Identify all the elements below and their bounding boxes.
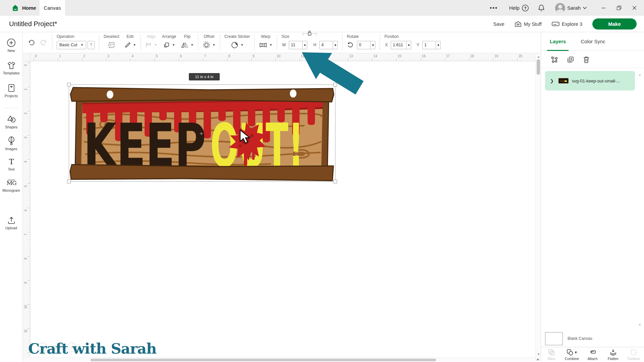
height-input[interactable] — [319, 41, 333, 49]
tab-layers[interactable]: Layers — [550, 32, 566, 51]
operation-dropdown[interactable]: Basic Cut ▼ — [57, 41, 86, 49]
edit-button[interactable]: Edit ▼ — [124, 32, 136, 53]
window-close-button[interactable] — [627, 0, 642, 16]
tab-canvas[interactable]: Canvas — [40, 0, 65, 16]
group-weld-icon — [550, 56, 558, 64]
blank-canvas-thumbnail — [545, 332, 563, 345]
group-button[interactable] — [550, 55, 559, 65]
resize-handle-bottom-left[interactable] — [67, 180, 71, 183]
more-menu-button[interactable]: ••• — [490, 5, 498, 11]
layer-thumbnail — [558, 78, 569, 83]
upload-icon — [7, 216, 16, 225]
sign-bottom-plank — [70, 165, 333, 181]
sidebar-item-new[interactable]: New — [0, 38, 22, 53]
width-input[interactable] — [289, 41, 302, 49]
position-x-stepper[interactable] — [406, 41, 411, 49]
contour-button[interactable]: Contour — [624, 347, 644, 362]
scroll-down-icon[interactable]: ▼ — [537, 353, 540, 356]
combine-icon — [566, 349, 574, 356]
layers-panel: Layers Color Sync — [541, 32, 644, 362]
height-label: H — [313, 43, 316, 47]
ruler-vertical: 01234567891011 — [23, 61, 31, 362]
help-button[interactable]: Help ? — [509, 4, 529, 12]
notifications-button[interactable] — [538, 4, 545, 12]
horizontal-scroll-thumb[interactable] — [91, 359, 436, 361]
scroll-up-icon[interactable]: ▲ — [537, 55, 540, 58]
tab-color-sync[interactable]: Color Sync — [581, 32, 605, 51]
monogram-icon: MG — [6, 179, 16, 187]
user-menu[interactable]: Sarah — [555, 3, 587, 13]
resize-handle-top-left[interactable] — [67, 83, 71, 86]
window-minimize-button[interactable] — [596, 0, 611, 16]
window-restore-button[interactable] — [611, 0, 627, 16]
create-sticker-button[interactable]: Create Sticker ▼ — [224, 32, 250, 53]
arrange-button[interactable]: Arrange ▼ — [162, 32, 176, 53]
my-stuff-envelope-icon — [515, 21, 522, 27]
chevron-down-icon — [583, 6, 587, 9]
sidebar-item-projects[interactable]: Projects — [0, 83, 22, 98]
panel-scroll-up-icon[interactable]: ▲ — [638, 73, 641, 76]
chevron-down-icon: ▼ — [133, 43, 136, 47]
position-x-input[interactable] — [391, 41, 406, 49]
delete-button[interactable] — [582, 55, 591, 65]
layer-row-keep-out[interactable]: ❯ svg-01-keep-out-small-... — [545, 71, 635, 90]
warp-button[interactable]: Warp ▼ — [259, 32, 272, 53]
header-bar: Untitled Project* Save My Stuff Explore … — [0, 16, 644, 32]
combine-button[interactable]: ▼ Combine — [561, 347, 582, 362]
rotate-input[interactable] — [357, 41, 370, 49]
sidebar-item-shapes[interactable]: Shapes — [0, 115, 22, 129]
user-name: Sarah — [567, 5, 581, 11]
explore-machine-icon — [552, 21, 559, 27]
offset-button[interactable]: Offset ▼ — [203, 32, 215, 53]
attach-button[interactable]: Attach — [582, 347, 603, 362]
left-sidebar: New Templates Projects Shapes — [0, 32, 23, 362]
trash-icon — [583, 56, 590, 64]
save-button[interactable]: Save — [493, 21, 504, 27]
layer-expand-chevron-icon[interactable]: ❯ — [550, 78, 554, 83]
home-icon — [11, 4, 19, 12]
resize-handle-bottom-right[interactable] — [333, 180, 337, 183]
rotate-stepper[interactable] — [370, 41, 375, 49]
width-stepper[interactable] — [302, 41, 307, 49]
position-y-stepper[interactable] — [436, 41, 441, 49]
sidebar-item-images[interactable]: Images — [0, 136, 22, 151]
align-button[interactable]: Align ▼ — [145, 32, 157, 53]
resize-handle-top-right[interactable] — [333, 83, 337, 86]
sidebar-divider — [4, 108, 19, 108]
tab-home[interactable]: Home — [7, 0, 40, 16]
redo-button[interactable] — [39, 39, 48, 47]
machine-select-button[interactable]: Explore 3 — [552, 21, 582, 27]
sidebar-item-templates[interactable]: Templates — [0, 61, 22, 75]
sidebar-item-upload[interactable]: Upload — [0, 216, 22, 230]
position-label: Position — [384, 34, 399, 40]
position-y-input[interactable] — [422, 41, 436, 49]
sidebar-item-text[interactable]: T Text — [0, 158, 22, 171]
size-lock-toggle[interactable] — [303, 33, 317, 36]
titlebar: Home Canvas ••• Help ? Sarah — [0, 0, 644, 16]
flatten-button[interactable]: Flatten — [603, 347, 623, 362]
svg-text:MG: MG — [6, 180, 16, 186]
sidebar-item-monogram[interactable]: MG Monogram — [0, 179, 22, 192]
flip-button[interactable]: Flip ▼ — [181, 32, 194, 53]
my-stuff-button[interactable]: My Stuff — [515, 21, 542, 27]
operation-help-button[interactable]: ? — [88, 41, 95, 49]
edit-pencil-icon — [124, 42, 131, 49]
make-button[interactable]: Make — [592, 18, 637, 29]
vertical-scroll-thumb[interactable] — [537, 59, 540, 75]
chevron-down-icon: ▼ — [240, 43, 244, 47]
size-label: Size — [281, 34, 289, 40]
scroll-right-icon[interactable]: ▶ — [537, 358, 539, 361]
duplicate-button[interactable] — [566, 55, 575, 65]
canvas-area[interactable]: 01234567891011121314151617181920 0123456… — [23, 54, 541, 362]
undo-icon — [28, 40, 35, 46]
canvas-vertical-scrollbar[interactable]: ▲ ▼ — [535, 54, 541, 362]
deselect-button[interactable]: Deselect — [104, 32, 119, 53]
height-stepper[interactable] — [333, 41, 338, 49]
blank-canvas-row[interactable]: Blank Canvas — [545, 331, 639, 346]
redo-icon — [40, 40, 47, 46]
panel-scroll-down-icon[interactable]: ▼ — [638, 323, 641, 326]
canvas-horizontal-scrollbar[interactable] — [23, 357, 535, 362]
undo-button[interactable] — [28, 39, 36, 47]
panel-tabs: Layers Color Sync — [541, 32, 644, 51]
slice-button[interactable]: Slice — [541, 347, 561, 362]
